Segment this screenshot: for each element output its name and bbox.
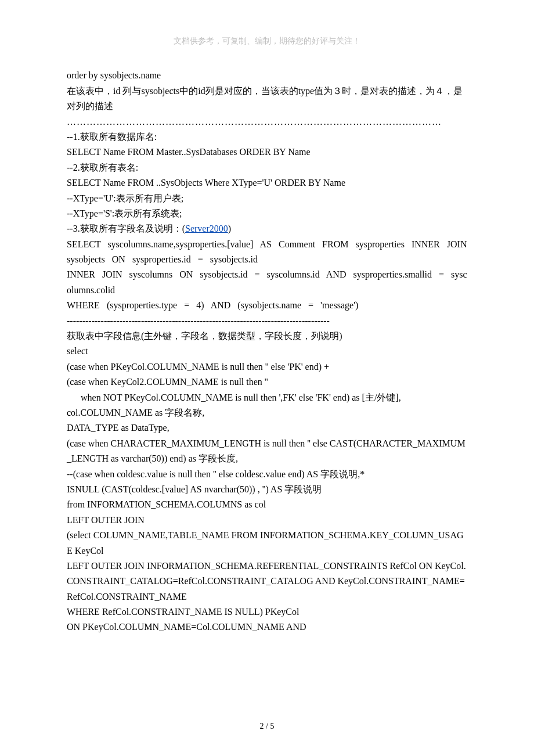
text-line: ON PKeyCol.COLUMN_NAME=Col.COLUMN_NAME A… — [67, 620, 467, 635]
text-line: 在该表中，id 列与sysobjects中的id列是对应的，当该表的type值为… — [67, 84, 467, 114]
text-line: col.COLUMN_NAME as 字段名称, — [67, 405, 467, 420]
text-line: select — [67, 344, 467, 359]
text-line: order by sysobjects.name — [67, 68, 467, 83]
text-line: --XType='S':表示所有系统表; — [67, 206, 467, 221]
text-line: ----------------------------------------… — [67, 314, 467, 329]
text-line: --1.获取所有数据库名: — [67, 129, 467, 145]
text-line: DATA_TYPE as DataType, — [67, 420, 467, 435]
page-footer: 2 / 5 — [0, 720, 534, 733]
text-line: --(case when coldesc.value is null then … — [67, 467, 467, 482]
text-line: SELECT Name FROM Master..SysDatabases OR… — [67, 145, 467, 160]
line-suffix: ) — [228, 224, 231, 233]
line-prefix: --3.获取所有字段名及说明：( — [67, 224, 185, 233]
text-line: when NOT PKeyCol.COLUMN_NAME is null the… — [67, 390, 467, 405]
text-line: (select COLUMN_NAME,TABLE_NAME FROM INFO… — [67, 528, 467, 559]
text-line: SELECT syscolumns.name,sysproperties.[va… — [67, 237, 467, 268]
text-line: LEFT OUTER JOIN INFORMATION_SCHEMA.REFER… — [67, 559, 467, 604]
text-line: …………………………………………………………………………………………………… — [67, 114, 467, 129]
text-line: ISNULL (CAST(coldesc.[value] AS nvarchar… — [67, 482, 467, 497]
document-page: 文档供参考，可复制、编制，期待您的好评与关注！ order by sysobje… — [0, 0, 534, 756]
text-line: INNER JOIN syscolumns ON sysobjects.id =… — [67, 267, 467, 298]
text-line-with-link: --3.获取所有字段名及说明：(Server2000) — [67, 221, 467, 236]
text-line: 获取表中字段信息(主外键，字段名，数据类型，字段长度，列说明) — [67, 329, 467, 344]
document-content: order by sysobjects.name 在该表中，id 列与sysob… — [67, 68, 467, 635]
text-line: LEFT OUTER JOIN — [67, 513, 467, 528]
text-line: (case when KeyCol2.COLUMN_NAME is null t… — [67, 375, 467, 390]
text-line: SELECT Name FROM ..SysObjects Where XTyp… — [67, 175, 467, 190]
server2000-link[interactable]: Server2000 — [185, 224, 228, 233]
text-line: --2.获取所有表名: — [67, 160, 467, 175]
header-note: 文档供参考，可复制、编制，期待您的好评与关注！ — [67, 35, 467, 48]
text-line: WHERE (sysproperties.type = 4) AND (syso… — [67, 298, 467, 313]
text-line: (case when PKeyCol.COLUMN_NAME is null t… — [67, 359, 467, 375]
text-line: --XType='U':表示所有用户表; — [67, 191, 467, 206]
text-line: from INFORMATION_SCHEMA.COLUMNS as col — [67, 497, 467, 512]
text-line: (case when CHARACTER_MAXIMUM_LENGTH is n… — [67, 436, 467, 467]
text-line: WHERE RefCol.CONSTRAINT_NAME IS NULL) PK… — [67, 604, 467, 620]
